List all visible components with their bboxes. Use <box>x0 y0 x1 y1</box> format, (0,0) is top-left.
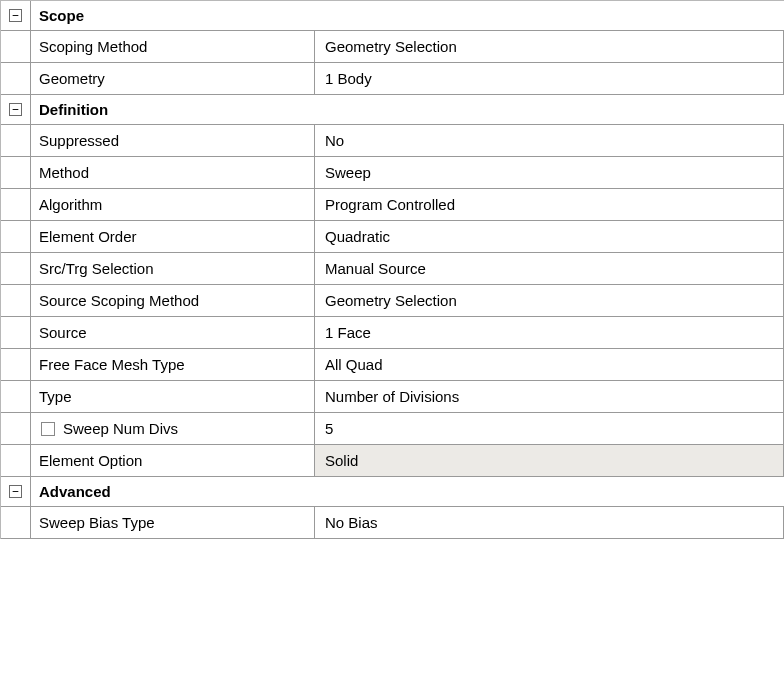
collapse-icon[interactable]: − <box>9 485 22 498</box>
property-label: Method <box>31 157 315 188</box>
property-value[interactable]: Geometry Selection <box>315 31 784 62</box>
property-row: Src/Trg Selection Manual Source <box>1 253 784 285</box>
row-gutter <box>1 125 31 156</box>
property-label: Type <box>31 381 315 412</box>
property-value[interactable]: 1 Body <box>315 63 784 94</box>
row-gutter <box>1 413 31 444</box>
property-label: Src/Trg Selection <box>31 253 315 284</box>
property-row: Scoping Method Geometry Selection <box>1 31 784 63</box>
property-value[interactable]: 1 Face <box>315 317 784 348</box>
group-header-advanced[interactable]: − Advanced <box>1 477 784 507</box>
property-value[interactable]: All Quad <box>315 349 784 380</box>
property-label: Algorithm <box>31 189 315 220</box>
expand-cell: − <box>1 95 31 124</box>
row-gutter <box>1 285 31 316</box>
collapse-icon[interactable]: − <box>9 9 22 22</box>
row-gutter <box>1 31 31 62</box>
row-gutter <box>1 317 31 348</box>
row-gutter <box>1 349 31 380</box>
property-label: Sweep Bias Type <box>31 507 315 538</box>
property-label-text: Sweep Num Divs <box>63 420 178 437</box>
property-label: Geometry <box>31 63 315 94</box>
property-value[interactable]: Quadratic <box>315 221 784 252</box>
row-gutter <box>1 445 31 476</box>
expand-cell: − <box>1 477 31 506</box>
row-gutter <box>1 189 31 220</box>
group-title: Scope <box>31 1 784 30</box>
property-label: Scoping Method <box>31 31 315 62</box>
row-gutter <box>1 381 31 412</box>
property-value[interactable]: No Bias <box>315 507 784 538</box>
property-label: Source <box>31 317 315 348</box>
property-row: Algorithm Program Controlled <box>1 189 784 221</box>
property-label: Sweep Num Divs <box>31 413 315 444</box>
group-header-scope[interactable]: − Scope <box>1 1 784 31</box>
row-gutter <box>1 507 31 538</box>
checkbox-icon[interactable] <box>41 422 55 436</box>
property-value[interactable]: Program Controlled <box>315 189 784 220</box>
property-row: Suppressed No <box>1 125 784 157</box>
property-label: Free Face Mesh Type <box>31 349 315 380</box>
property-value[interactable]: 5 <box>315 413 784 444</box>
property-row: Sweep Num Divs 5 <box>1 413 784 445</box>
property-value[interactable]: Number of Divisions <box>315 381 784 412</box>
property-label: Element Order <box>31 221 315 252</box>
property-row: Free Face Mesh Type All Quad <box>1 349 784 381</box>
property-row: Geometry 1 Body <box>1 63 784 95</box>
property-value[interactable]: Sweep <box>315 157 784 188</box>
property-value[interactable]: Geometry Selection <box>315 285 784 316</box>
row-gutter <box>1 157 31 188</box>
collapse-icon[interactable]: − <box>9 103 22 116</box>
row-gutter <box>1 253 31 284</box>
property-label: Source Scoping Method <box>31 285 315 316</box>
row-gutter <box>1 221 31 252</box>
property-row: Source 1 Face <box>1 317 784 349</box>
property-row: Element Option Solid <box>1 445 784 477</box>
expand-cell: − <box>1 1 31 30</box>
group-header-definition[interactable]: − Definition <box>1 95 784 125</box>
property-label: Suppressed <box>31 125 315 156</box>
property-panel: − Scope Scoping Method Geometry Selectio… <box>0 0 784 539</box>
row-gutter <box>1 63 31 94</box>
property-row: Element Order Quadratic <box>1 221 784 253</box>
property-label: Element Option <box>31 445 315 476</box>
property-row: Source Scoping Method Geometry Selection <box>1 285 784 317</box>
property-value[interactable]: No <box>315 125 784 156</box>
property-row: Type Number of Divisions <box>1 381 784 413</box>
group-title: Advanced <box>31 477 784 506</box>
property-row: Method Sweep <box>1 157 784 189</box>
property-value-readonly: Solid <box>315 445 784 476</box>
property-row: Sweep Bias Type No Bias <box>1 507 784 539</box>
property-value[interactable]: Manual Source <box>315 253 784 284</box>
group-title: Definition <box>31 95 784 124</box>
